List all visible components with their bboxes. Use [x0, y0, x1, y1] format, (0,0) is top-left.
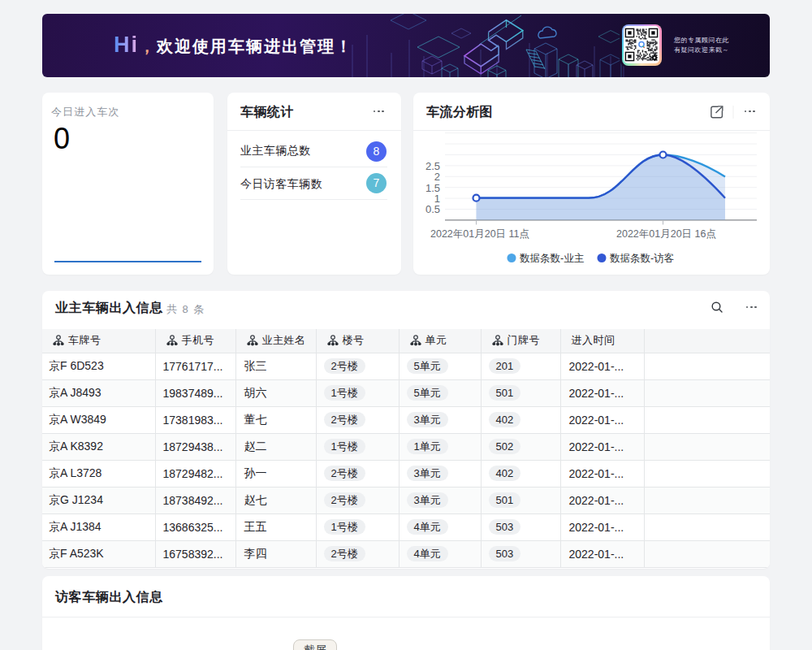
svg-text:2022年01月20日 11点: 2022年01月20日 11点: [430, 228, 529, 240]
svg-text:0.5: 0.5: [425, 203, 440, 215]
svg-text:1.5: 1.5: [425, 182, 440, 194]
svg-text:2: 2: [434, 171, 440, 183]
svg-text:数据条数-访客: 数据条数-访客: [610, 253, 674, 264]
svg-text:1: 1: [434, 193, 440, 205]
svg-text:2.5: 2.5: [425, 160, 440, 172]
svg-text:数据条数-业主: 数据条数-业主: [520, 253, 585, 264]
svg-text:2022年01月20日 16点: 2022年01月20日 16点: [616, 228, 716, 240]
